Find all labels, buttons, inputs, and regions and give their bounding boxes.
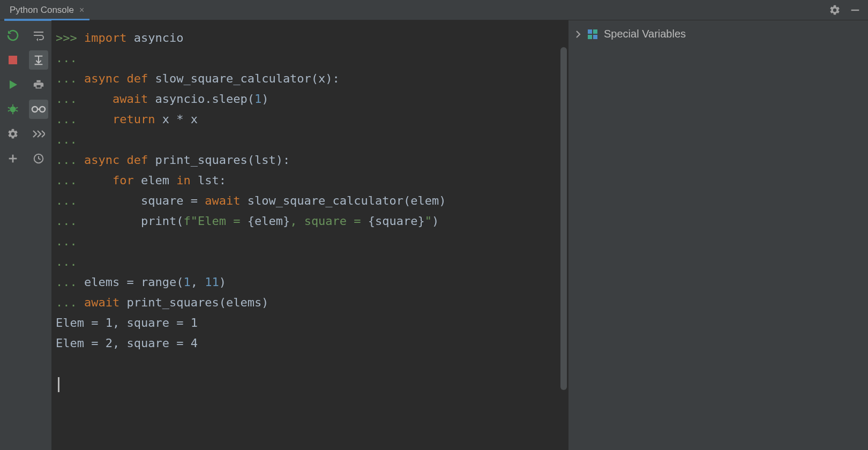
show-variables-icon[interactable]	[29, 100, 48, 119]
run-icon[interactable]	[3, 75, 23, 94]
chevron-right-icon	[575, 30, 581, 39]
scrollbar[interactable]	[560, 47, 567, 390]
debug-icon[interactable]	[3, 100, 23, 119]
tab-title: Python Console	[10, 5, 74, 16]
svg-rect-23	[593, 35, 597, 39]
print-icon[interactable]	[29, 75, 48, 94]
close-icon[interactable]: ×	[79, 5, 84, 15]
stop-icon[interactable]	[3, 50, 23, 70]
minimize-icon[interactable]	[849, 4, 862, 17]
caret	[58, 377, 59, 392]
header: Python Console ×	[0, 0, 868, 20]
svg-rect-22	[588, 35, 592, 39]
gear-icon[interactable]	[828, 4, 841, 17]
svg-line-8	[8, 110, 10, 111]
special-variables-label: Special Variables	[604, 28, 686, 40]
show-prompt-icon[interactable]	[29, 124, 48, 144]
svg-line-9	[16, 110, 18, 111]
left-toolbar-primary	[0, 20, 26, 450]
svg-marker-2	[10, 80, 17, 89]
svg-point-16	[32, 107, 38, 112]
tab-python-console[interactable]: Python Console ×	[4, 0, 89, 20]
svg-line-6	[8, 107, 10, 108]
svg-point-3	[10, 107, 16, 112]
svg-rect-1	[9, 56, 17, 64]
svg-point-17	[40, 107, 45, 112]
rerun-icon[interactable]	[3, 26, 23, 45]
scroll-to-end-icon[interactable]	[29, 50, 48, 70]
special-variables-row[interactable]: Special Variables	[575, 28, 862, 40]
svg-line-7	[16, 107, 18, 108]
new-console-icon[interactable]	[3, 149, 23, 168]
svg-rect-20	[588, 29, 592, 34]
console-area[interactable]: >>> import asyncio ... ... async def slo…	[51, 20, 568, 450]
variables-panel: Special Variables	[568, 20, 868, 450]
left-toolbar-secondary	[26, 20, 51, 450]
settings-icon[interactable]	[3, 124, 23, 144]
variables-group-icon	[587, 28, 598, 40]
console-content: >>> import asyncio ... ... async def slo…	[51, 20, 568, 402]
history-icon[interactable]	[29, 149, 48, 168]
svg-rect-21	[593, 29, 597, 34]
soft-wrap-icon[interactable]	[29, 26, 48, 45]
